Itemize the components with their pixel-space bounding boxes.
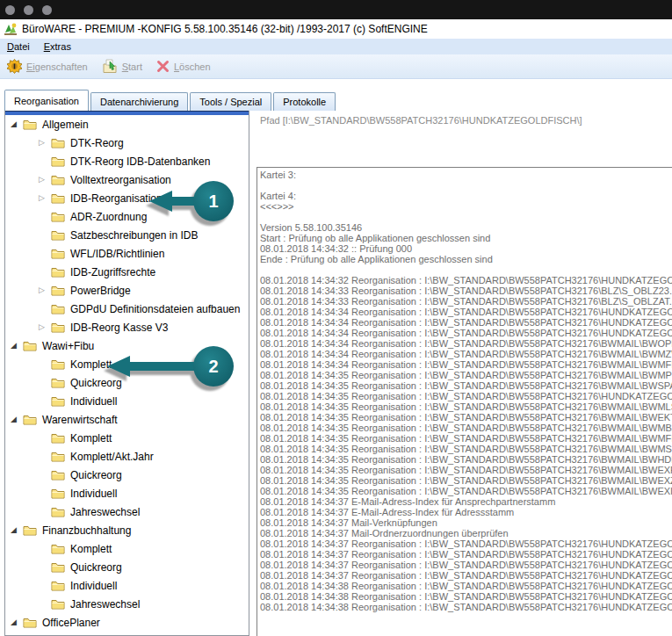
log-line: 08.01.2018 14:34:35 Reorganisation : I:\…: [260, 380, 672, 391]
tree-item-label: Komplett/Akt.Jahr: [70, 451, 154, 463]
tree-item-label: WFL/IDB/Richtlinien: [70, 248, 164, 260]
tree-item[interactable]: Quickreorg: [5, 466, 249, 484]
eigenschaften-button[interactable]: Eigenschaften: [7, 59, 88, 74]
expander-icon[interactable]: [11, 120, 23, 128]
expander-icon[interactable]: [11, 416, 23, 423]
folder-icon: [51, 155, 65, 167]
log-line: Kartei 4:: [260, 191, 672, 201]
tree-item-label: Jahreswechsel: [70, 506, 140, 518]
callout-2-number: 2: [208, 357, 218, 376]
tree-item[interactable]: Komplett: [5, 429, 249, 447]
tree-item-label: Quickreorg: [70, 561, 122, 574]
log-line: 08.01.2018 14:34:34 Reorganisation : I:\…: [260, 359, 672, 370]
tree-item[interactable]: Individuell: [5, 484, 249, 502]
folder-icon: [51, 322, 65, 333]
app-title-bar: BüroWARE - PREMIUM -KONFIG 5.58.100.3514…: [0, 19, 672, 39]
tree-item[interactable]: Komplett/Akt.Jahr: [5, 447, 249, 466]
menu-extras-rest: xtras: [50, 41, 71, 52]
menu-item-extras[interactable]: Extras: [37, 39, 78, 54]
folder-icon: [51, 395, 65, 407]
folder-icon: [51, 598, 65, 610]
tree-item-label: IDB-Zugriffsrechte: [70, 266, 155, 278]
minimize-button[interactable]: [24, 5, 33, 15]
tree-item[interactable]: Jahreswechsel: [5, 595, 249, 613]
tree-item[interactable]: Jahreswechsel: [5, 502, 249, 521]
folder-icon: [51, 488, 65, 499]
tab-tools-spezial[interactable]: Tools / Spezial: [190, 92, 271, 111]
tree-item-label: Satzbeschreibungen in IDB: [70, 229, 198, 242]
expander-icon[interactable]: [11, 618, 23, 626]
log-line: 08.01.2018 14:34:33 Reorganisation : I:\…: [260, 285, 672, 296]
folder-icon: [51, 211, 65, 222]
tree-item-label: ADR-Zuordnung: [70, 211, 147, 223]
expander-icon[interactable]: [39, 323, 51, 331]
loeschen-button[interactable]: Löschen: [156, 60, 211, 73]
log-line: 08.01.2018 14:34:37 Reorganisation : I:\…: [260, 549, 672, 560]
tree-item-label: GDPdU Definitionsdateien aufbauen: [70, 303, 240, 315]
log-output[interactable]: Kartei 3: Kartei 4: <<<>>> Version 5.58.…: [257, 167, 672, 636]
folder-icon: [51, 451, 65, 462]
menu-item-datei[interactable]: Datei: [0, 39, 37, 54]
log-line: 08.01.2018 14:34:34 Reorganisation : I:\…: [260, 328, 672, 338]
expander-icon[interactable]: [11, 342, 23, 350]
tree-item[interactable]: DTK-Reorg: [5, 134, 249, 152]
log-line: [260, 264, 672, 275]
tree-item[interactable]: Allgemein: [5, 115, 249, 134]
tree-item-label: Warenwirtschaft: [42, 414, 118, 426]
log-line: 08.01.2018 14:34:37 E-Mail-Adress-Index …: [260, 507, 672, 517]
tree-item-label: OfficePlaner: [42, 617, 100, 629]
tree-item[interactable]: GDPdU Definitionsdateien aufbauen: [5, 300, 249, 318]
log-line: 08.01.2018 14:34:34 Reorganisation : I:\…: [260, 307, 672, 317]
tree-item[interactable]: Individuell: [5, 576, 249, 595]
log-line: 08.01.2018 14:34:35 Reorganisation : I:\…: [260, 423, 672, 433]
tab-reorganisation[interactable]: Reorganisation: [4, 90, 89, 111]
log-line: 08.01.2018 14:34:35 Reorganisation : I:\…: [260, 433, 672, 444]
tree-item[interactable]: PowerBridge: [5, 281, 249, 300]
tree-item-label: Komplett: [70, 543, 112, 555]
log-line: [260, 180, 672, 191]
expander-icon[interactable]: [39, 194, 51, 202]
expander-icon[interactable]: [11, 526, 23, 534]
folder-icon: [23, 414, 37, 425]
start-rest: tart: [128, 61, 142, 72]
tree-item[interactable]: Komplett: [5, 539, 249, 558]
expander-icon[interactable]: [39, 286, 51, 294]
log-line: 08.01.2018 14:34:35 Reorganisation : I:\…: [260, 391, 672, 401]
log-line: Kartei 3:: [260, 170, 672, 180]
tree-item[interactable]: WFL/IDB/Richtlinien: [5, 244, 249, 263]
delete-x-icon: [156, 60, 170, 73]
folder-icon: [51, 248, 65, 259]
properties-gear-icon: [7, 59, 22, 74]
folder-icon: [23, 340, 37, 351]
tree-item[interactable]: Finanzbuchhaltung: [5, 521, 249, 539]
log-line: 08.01.2018 14:34:34 Reorganisation : I:\…: [260, 338, 672, 349]
expander-icon[interactable]: [39, 176, 51, 184]
tree-item[interactable]: Quickreorg: [5, 558, 249, 576]
tree-item[interactable]: Warenwirtschaft: [5, 410, 249, 429]
log-line: 08.01.2018 14:34:37 Reorganisation : I:\…: [260, 570, 672, 581]
log-line: 08.01.2018 14:34:38 Reorganisation : I:\…: [260, 591, 672, 602]
tree-item-label: PowerBridge: [70, 285, 131, 297]
folder-icon: [51, 285, 65, 296]
tab-protokolle[interactable]: Protokolle: [273, 92, 336, 111]
log-line: 08.01.2018 14:34:35 Reorganisation : I:\…: [260, 454, 672, 465]
folder-icon: [23, 617, 37, 628]
expander-icon[interactable]: [39, 139, 51, 147]
zoom-button[interactable]: [42, 5, 52, 15]
tree-item[interactable]: OfficePlaner: [5, 613, 249, 632]
close-button[interactable]: [5, 5, 15, 15]
tab-datenarchivierung[interactable]: Datenarchivierung: [90, 92, 188, 111]
callout-1: 1: [142, 174, 241, 230]
tree-item-label: Allgemein: [42, 119, 89, 131]
tree-item[interactable]: IDB-Zugriffsrechte: [5, 263, 249, 281]
folder-icon: [51, 266, 65, 278]
log-line: <<<>>>: [260, 201, 672, 212]
log-line: 08.01.2018 14:34:37 Mail-Ordnerzuordnung…: [260, 528, 672, 538]
start-button[interactable]: Start: [102, 59, 142, 74]
tree-item[interactable]: DTK-Reorg IDB-Datenbanken: [5, 152, 249, 170]
tree-item-label: DTK-Reorg: [70, 137, 124, 149]
eigenschaften-rest: genschaften: [35, 61, 88, 72]
tree-item-label: Quickreorg: [70, 469, 122, 481]
tree-item[interactable]: IDB-Reorg Kasse V3: [5, 318, 249, 336]
folder-icon: [51, 506, 65, 517]
